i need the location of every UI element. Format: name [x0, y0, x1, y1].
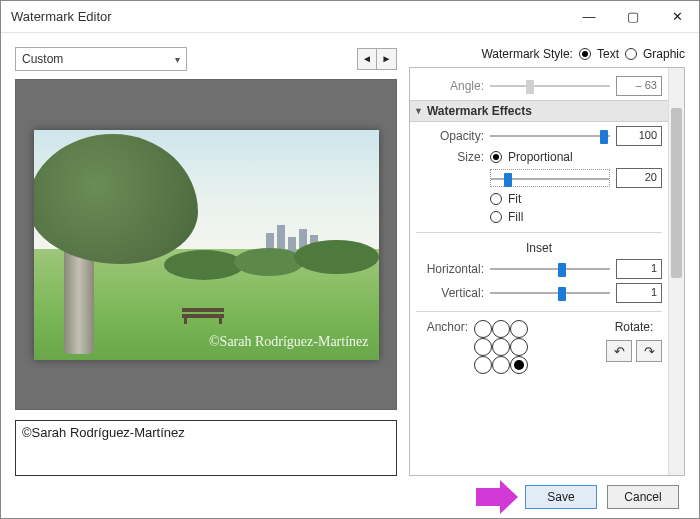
arrow-callout-icon	[476, 480, 518, 514]
style-row: Watermark Style: Text Graphic	[409, 47, 685, 61]
rotate-cw-button[interactable]: ↷	[636, 340, 662, 362]
style-label: Watermark Style:	[481, 47, 573, 61]
footer: Save Cancel	[1, 476, 699, 518]
size-fill-radio[interactable]	[490, 211, 502, 223]
anchor-ml[interactable]	[474, 338, 492, 356]
size-slider[interactable]	[490, 169, 610, 187]
titlebar: Watermark Editor — ▢ ✕	[1, 1, 699, 33]
rotate-ccw-button[interactable]: ↶	[606, 340, 632, 362]
inset-vert-slider[interactable]	[490, 286, 610, 300]
anchor-bc[interactable]	[492, 356, 510, 374]
anchor-tl[interactable]	[474, 320, 492, 338]
angle-label: Angle:	[416, 79, 484, 93]
opacity-label: Opacity:	[416, 129, 484, 143]
body: Custom ▾ ◄ ►	[1, 33, 699, 476]
maximize-button[interactable]: ▢	[611, 2, 655, 32]
preview-area: ©Sarah Rodríguez-Martínez	[15, 79, 397, 410]
size-value[interactable]: 20	[616, 168, 662, 188]
close-button[interactable]: ✕	[655, 2, 699, 32]
preview-photo: ©Sarah Rodríguez-Martínez	[34, 130, 379, 360]
style-text-label: Text	[597, 47, 619, 61]
effects-header[interactable]: ▼ Watermark Effects	[410, 100, 668, 122]
opacity-slider[interactable]	[490, 129, 610, 143]
style-graphic-radio[interactable]	[625, 48, 637, 60]
rotate-label: Rotate:	[606, 320, 662, 334]
anchor-tr[interactable]	[510, 320, 528, 338]
opacity-value[interactable]: 100	[616, 126, 662, 146]
inset-vert-value[interactable]: 1	[616, 283, 662, 303]
effects-panel: Angle: – 63 ▼ Watermark Effects Opacity:	[409, 67, 685, 476]
inset-vert-label: Vertical:	[416, 286, 484, 300]
window-controls: — ▢ ✕	[567, 2, 699, 32]
inset-horiz-value[interactable]: 1	[616, 259, 662, 279]
anchor-grid	[474, 320, 528, 374]
preset-dropdown[interactable]: Custom ▾	[15, 47, 187, 71]
inset-horiz-slider[interactable]	[490, 262, 610, 276]
chevron-down-icon: ▾	[175, 54, 180, 65]
window-title: Watermark Editor	[11, 9, 567, 24]
watermark-overlay-text: ©Sarah Rodríguez-Martínez	[209, 334, 369, 350]
angle-slider[interactable]	[490, 79, 610, 93]
anchor-mc[interactable]	[492, 338, 510, 356]
watermark-text-value: ©Sarah Rodríguez-Martínez	[22, 425, 185, 440]
size-proportional-radio[interactable]	[490, 151, 502, 163]
size-label: Size:	[416, 150, 484, 164]
prev-preset-button[interactable]: ◄	[357, 48, 377, 70]
size-proportional-label: Proportional	[508, 150, 573, 164]
scrollbar-thumb[interactable]	[671, 108, 682, 278]
style-graphic-label: Graphic	[643, 47, 685, 61]
watermark-editor-window: Watermark Editor — ▢ ✕ Custom ▾ ◄ ►	[0, 0, 700, 519]
angle-value[interactable]: – 63	[616, 76, 662, 96]
size-fit-label: Fit	[508, 192, 521, 206]
right-column: Watermark Style: Text Graphic Angle: – 6…	[409, 47, 685, 476]
anchor-tc[interactable]	[492, 320, 510, 338]
watermark-text-input[interactable]: ©Sarah Rodríguez-Martínez	[15, 420, 397, 476]
inset-horiz-label: Horizontal:	[416, 262, 484, 276]
save-button[interactable]: Save	[525, 485, 597, 509]
cancel-button[interactable]: Cancel	[607, 485, 679, 509]
anchor-bl[interactable]	[474, 356, 492, 374]
anchor-br[interactable]	[510, 356, 528, 374]
svg-marker-0	[476, 480, 518, 514]
inset-header: Inset	[416, 241, 662, 255]
size-fit-radio[interactable]	[490, 193, 502, 205]
preset-value: Custom	[22, 52, 63, 66]
panel-scrollbar[interactable]	[668, 68, 684, 475]
anchor-mr[interactable]	[510, 338, 528, 356]
style-text-radio[interactable]	[579, 48, 591, 60]
anchor-label: Anchor:	[416, 320, 468, 334]
minimize-button[interactable]: —	[567, 2, 611, 32]
left-column: Custom ▾ ◄ ►	[15, 47, 397, 476]
next-preset-button[interactable]: ►	[377, 48, 397, 70]
size-fill-label: Fill	[508, 210, 523, 224]
preset-nav: ◄ ►	[357, 48, 397, 70]
disclosure-triangle-icon: ▼	[414, 106, 423, 116]
